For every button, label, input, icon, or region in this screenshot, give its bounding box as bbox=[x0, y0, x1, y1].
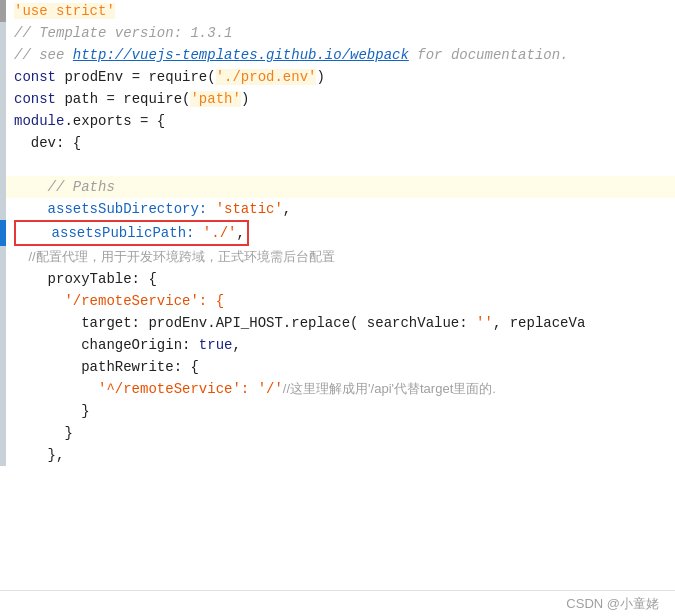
footer: CSDN @小童姥 bbox=[0, 590, 675, 616]
line-content-8 bbox=[6, 154, 675, 176]
line-content-5: const path = require('path') bbox=[6, 88, 675, 110]
code-line-7: dev: { bbox=[0, 132, 675, 154]
footer-text: CSDN @小童姥 bbox=[566, 595, 659, 613]
boxed-content: assetsPublicPath: './', bbox=[14, 220, 249, 246]
line-content-18: '^/remoteService': '/'//这里理解成用'/api'代替ta… bbox=[6, 378, 675, 400]
code-line-2: // Template version: 1.3.1 bbox=[0, 22, 675, 44]
line-content-9: // Paths bbox=[6, 176, 675, 198]
line-content-16: changeOrigin: true, bbox=[6, 334, 675, 356]
code-line-21: }, bbox=[0, 444, 675, 466]
line-content-7: dev: { bbox=[6, 132, 675, 154]
code-line-15: target: prodEnv.API_HOST.replace( search… bbox=[0, 312, 675, 334]
code-line-13: proxyTable: { bbox=[0, 268, 675, 290]
code-line-3: // see http://vuejs-templates.github.io/… bbox=[0, 44, 675, 66]
code-line-19: } bbox=[0, 400, 675, 422]
line-content-13: proxyTable: { bbox=[6, 268, 675, 290]
code-line-20: } bbox=[0, 422, 675, 444]
line-content-11: assetsPublicPath: './', bbox=[6, 220, 675, 246]
code-line-1: 'use strict' bbox=[0, 0, 675, 22]
code-line-14: '/remoteService': { bbox=[0, 290, 675, 312]
code-line-6: module.exports = { bbox=[0, 110, 675, 132]
code-line-8 bbox=[0, 154, 675, 176]
code-editor: 'use strict'// Template version: 1.3.1//… bbox=[0, 0, 675, 590]
code-line-9: // Paths bbox=[0, 176, 675, 198]
code-line-16: changeOrigin: true, bbox=[0, 334, 675, 356]
line-content-6: module.exports = { bbox=[6, 110, 675, 132]
code-line-10: assetsSubDirectory: 'static', bbox=[0, 198, 675, 220]
line-content-10: assetsSubDirectory: 'static', bbox=[6, 198, 675, 220]
line-content-14: '/remoteService': { bbox=[6, 290, 675, 312]
line-content-1: 'use strict' bbox=[6, 0, 675, 22]
code-line-5: const path = require('path') bbox=[0, 88, 675, 110]
line-content-19: } bbox=[6, 400, 675, 422]
code-line-11: assetsPublicPath: './', bbox=[0, 220, 675, 246]
line-content-21: }, bbox=[6, 444, 675, 466]
code-line-4: const prodEnv = require('./prod.env') bbox=[0, 66, 675, 88]
line-content-17: pathRewrite: { bbox=[6, 356, 675, 378]
code-line-12: //配置代理，用于开发环境跨域，正式环境需后台配置 bbox=[0, 246, 675, 268]
line-content-4: const prodEnv = require('./prod.env') bbox=[6, 66, 675, 88]
line-content-12: //配置代理，用于开发环境跨域，正式环境需后台配置 bbox=[6, 246, 675, 268]
code-line-17: pathRewrite: { bbox=[0, 356, 675, 378]
line-content-3: // see http://vuejs-templates.github.io/… bbox=[6, 44, 675, 66]
line-content-2: // Template version: 1.3.1 bbox=[6, 22, 675, 44]
line-content-15: target: prodEnv.API_HOST.replace( search… bbox=[6, 312, 675, 334]
line-content-20: } bbox=[6, 422, 675, 444]
code-line-18: '^/remoteService': '/'//这里理解成用'/api'代替ta… bbox=[0, 378, 675, 400]
